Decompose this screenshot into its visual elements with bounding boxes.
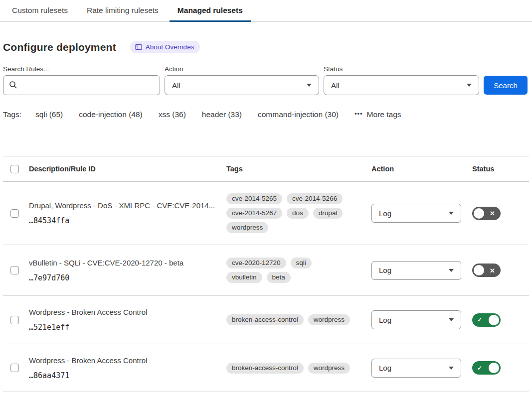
rule-tag: broken-access-control	[226, 363, 304, 374]
row-checkbox[interactable]	[10, 266, 19, 274]
table-row: Wordpress - Broken Access Control …86aa4…	[3, 344, 529, 392]
rule-tag: wordpress	[308, 363, 350, 374]
rule-action-select[interactable]: Log	[371, 359, 461, 378]
action-filter-label: Action	[165, 65, 319, 73]
chevron-down-icon	[449, 212, 454, 215]
column-header-tags: Tags	[226, 165, 371, 173]
column-header-status: Status	[472, 165, 529, 173]
tags-label: Tags:	[3, 110, 21, 119]
status-filter-value: All	[331, 81, 340, 90]
toggle-knob	[489, 363, 499, 373]
rule-tag: broken-access-control	[226, 314, 304, 325]
rule-status-toggle[interactable]: ✓ ✕	[472, 361, 501, 375]
tab-managed-rulesets[interactable]: Managed rulesets	[170, 0, 251, 22]
rule-title: vBulletin - SQLi - CVE:CVE-2020-12720 - …	[29, 259, 226, 267]
rule-id: …84534ffa	[29, 216, 226, 225]
rule-id: …86aa4371	[29, 371, 226, 380]
status-filter-label: Status	[324, 65, 479, 73]
status-filter-select[interactable]: All	[324, 75, 479, 95]
chevron-down-icon	[449, 269, 454, 272]
search-rules-input[interactable]	[3, 75, 160, 95]
rule-action-value: Log	[379, 209, 391, 218]
page-title: Configure deployment	[3, 41, 116, 53]
rule-id: …521e1eff	[29, 323, 226, 332]
chevron-down-icon	[467, 84, 472, 87]
more-tags-label: More tags	[367, 110, 401, 119]
rule-action-select[interactable]: Log	[371, 310, 461, 329]
rule-title: Drupal, Wordpress - DoS - XMLRPC - CVE:C…	[29, 201, 226, 210]
rule-tag: wordpress	[308, 314, 350, 325]
table-row: Drupal, Wordpress - DoS - XMLRPC - CVE:C…	[3, 182, 529, 245]
x-icon: ✕	[490, 210, 495, 217]
tab-custom-rulesets[interactable]: Custom rulesets	[4, 0, 76, 22]
toggle-knob	[474, 208, 484, 219]
more-tags-button[interactable]: ••• More tags	[355, 110, 401, 119]
about-overrides-label: About Overrides	[146, 43, 194, 51]
table-header-row: Description/Rule ID Tags Action Status	[3, 156, 529, 182]
rule-tag: drupal	[313, 208, 343, 219]
rule-tag: sqli	[291, 258, 312, 268]
rule-title: Wordpress - Broken Access Control	[29, 356, 226, 365]
tags-bar: Tags: sqli (65) code-injection (48) xss …	[3, 110, 529, 119]
select-all-checkbox[interactable]	[10, 165, 19, 173]
rule-action-value: Log	[379, 364, 391, 372]
table-row: Wordpress - Broken Access Control …521e1…	[3, 296, 529, 344]
check-icon: ✓	[477, 317, 482, 323]
rule-id: …7e97d760	[29, 273, 226, 282]
rule-action-value: Log	[379, 266, 391, 274]
rules-table: Description/Rule ID Tags Action Status D…	[3, 156, 529, 392]
tag-link-code-injection[interactable]: code-injection (48)	[79, 110, 143, 119]
rule-tag: vbulletin	[226, 272, 262, 283]
row-checkbox[interactable]	[10, 209, 19, 218]
action-filter-select[interactable]: All	[165, 75, 319, 95]
toggle-knob	[474, 265, 484, 275]
rule-tag: beta	[267, 272, 291, 283]
search-button[interactable]: Search	[484, 76, 528, 95]
tag-link-header[interactable]: header (33)	[202, 110, 242, 119]
rule-tag: cve-2020-12720	[226, 258, 286, 268]
rule-tag: dos	[287, 208, 309, 219]
rule-tag: cve-2014-5267	[226, 208, 282, 219]
rule-status-toggle[interactable]: ✓ ✕	[472, 264, 501, 277]
rule-title: Wordpress - Broken Access Control	[29, 308, 226, 316]
check-icon: ✓	[477, 365, 482, 371]
rule-tag: cve-2014-5266	[287, 193, 343, 204]
tag-link-command-injection[interactable]: command-injection (30)	[258, 110, 339, 119]
chevron-down-icon	[449, 367, 454, 370]
ellipsis-icon: •••	[355, 110, 363, 118]
rule-status-toggle[interactable]: ✓ ✕	[472, 207, 501, 220]
about-overrides-badge[interactable]: About Overrides	[130, 41, 200, 53]
column-header-action: Action	[371, 165, 472, 173]
tag-link-sqli[interactable]: sqli (65)	[35, 110, 63, 119]
rule-status-toggle[interactable]: ✓ ✕	[472, 313, 501, 327]
row-checkbox[interactable]	[10, 364, 19, 372]
ruleset-tabs: Custom rulesets Rate limiting rulesets M…	[0, 0, 532, 22]
rule-action-select[interactable]: Log	[371, 204, 461, 223]
x-icon: ✕	[490, 267, 495, 273]
chevron-down-icon	[449, 318, 454, 321]
chevron-down-icon	[307, 84, 312, 87]
search-rules-label: Search Rules...	[3, 65, 160, 73]
tag-link-xss[interactable]: xss (36)	[159, 110, 186, 119]
book-icon	[135, 44, 142, 50]
toggle-knob	[489, 315, 499, 325]
column-header-description: Description/Rule ID	[29, 165, 226, 173]
rule-action-value: Log	[379, 316, 391, 324]
action-filter-value: All	[172, 81, 180, 90]
table-row: vBulletin - SQLi - CVE:CVE-2020-12720 - …	[3, 245, 529, 296]
tab-rate-limiting-rulesets[interactable]: Rate limiting rulesets	[79, 0, 167, 22]
rule-tag: cve-2014-5265	[226, 193, 282, 204]
rule-tag: wordpress	[226, 222, 268, 233]
search-icon	[9, 81, 17, 91]
rule-action-select[interactable]: Log	[371, 261, 461, 280]
row-checkbox[interactable]	[10, 316, 19, 324]
